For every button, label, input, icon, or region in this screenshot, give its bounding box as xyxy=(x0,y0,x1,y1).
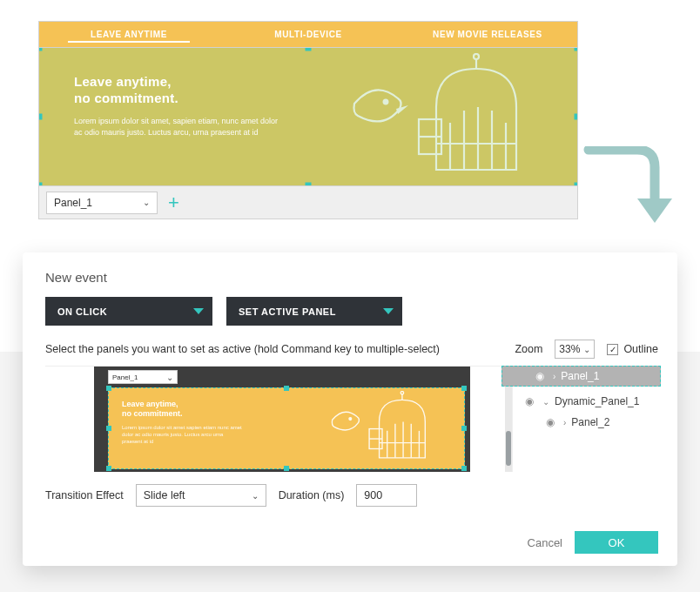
svg-point-1 xyxy=(474,54,479,59)
visibility-icon[interactable]: ◉ xyxy=(525,395,537,407)
hero-illustration-icon xyxy=(328,53,555,184)
add-panel-button[interactable]: + xyxy=(168,192,179,214)
outline-title: Outline xyxy=(523,372,658,386)
tab-label: LEAVE ANYTIME xyxy=(91,30,167,39)
zoom-dropdown[interactable]: 33% ⌄ xyxy=(555,340,595,359)
svg-point-11 xyxy=(400,392,403,394)
mini-panel-select[interactable]: Panel_1 ⌄ xyxy=(108,370,178,384)
transition-value: Slide left xyxy=(144,489,185,501)
hero-copy: Lorem ipsum dolor sit amet, sapien etiam… xyxy=(74,116,283,138)
preview-tabs: LEAVE ANYTIME MULTI-DEVICE NEW MOVIE REL… xyxy=(38,21,578,47)
outline-pane: Outline ◉ ⌄ Dynamic_Panel_1 ◉ › Panel_1 … xyxy=(512,367,658,472)
outline-checkbox[interactable]: ✓ Outline xyxy=(607,343,658,355)
mini-illustration-icon xyxy=(308,391,456,466)
ok-label: OK xyxy=(609,536,625,549)
tree-row-panel-2[interactable]: ◉ › Panel_2 xyxy=(523,412,658,433)
transition-effect-dropdown[interactable]: Slide left ⌄ xyxy=(136,484,266,507)
transition-label: Transition Effect xyxy=(45,489,124,501)
action-dropdown[interactable]: SET ACTIVE PANEL xyxy=(226,297,402,326)
instruction-text: Select the panels you want to set as act… xyxy=(45,343,440,355)
panel-select-value: Panel_1 xyxy=(54,197,92,209)
chevron-down-icon: ⌄ xyxy=(166,373,173,382)
chevron-down-icon: ⌄ xyxy=(252,491,259,501)
duration-input[interactable]: 900 xyxy=(356,484,417,507)
hero-panel[interactable]: Leave anytime, no commitment. Lorem ipsu… xyxy=(38,47,578,186)
panel-select-dropdown[interactable]: Panel_1 ⌄ xyxy=(46,192,158,214)
chevron-down-icon xyxy=(193,308,204,314)
tab-new-movie[interactable]: NEW MOVIE RELEASES xyxy=(398,24,577,44)
tree-label: Dynamic_Panel_1 xyxy=(555,395,639,407)
duration-value: 900 xyxy=(364,489,382,501)
mini-hero-copy: Lorem ipsum dolor sit amet sapien etiam … xyxy=(122,424,244,445)
panel-toolbar: Panel_1 ⌄ + xyxy=(38,186,578,219)
chevron-down-icon: ⌄ xyxy=(583,345,590,354)
checkbox-checked-icon: ✓ xyxy=(607,344,618,355)
tree-label: Panel_2 xyxy=(571,416,609,428)
zoom-value: 33% xyxy=(559,343,580,355)
mini-hero[interactable]: Leave anytime, no commitment. Lorem ipsu… xyxy=(108,387,465,469)
tab-leave-anytime[interactable]: LEAVE ANYTIME xyxy=(39,24,219,44)
tree-row-root[interactable]: ◉ ⌄ Dynamic_Panel_1 xyxy=(523,391,658,412)
new-event-dialog: New event ON CLICK SET ACTIVE PANEL Sele… xyxy=(23,252,677,566)
action-label: SET ACTIVE PANEL xyxy=(239,306,336,317)
canvas-preview[interactable]: Panel_1 ⌄ Leave anytime, no commitment. … xyxy=(45,367,512,472)
connector-arrow-icon xyxy=(583,146,688,233)
cancel-button[interactable]: Cancel xyxy=(528,536,562,549)
scrollbar[interactable] xyxy=(505,367,512,472)
trigger-dropdown[interactable]: ON CLICK xyxy=(45,297,212,326)
tab-multi-device[interactable]: MULTI-DEVICE xyxy=(219,24,398,44)
preview-panel: LEAVE ANYTIME MULTI-DEVICE NEW MOVIE REL… xyxy=(38,21,578,219)
chevron-down-icon: ⌄ xyxy=(143,198,150,207)
svg-point-10 xyxy=(349,418,352,420)
svg-point-0 xyxy=(384,100,388,104)
trigger-label: ON CLICK xyxy=(57,306,107,317)
duration-label: Duration (ms) xyxy=(279,489,345,501)
visibility-icon[interactable]: ◉ xyxy=(546,416,558,428)
tab-label: NEW MOVIE RELEASES xyxy=(433,30,542,39)
tab-label: MULTI-DEVICE xyxy=(274,30,342,39)
chevron-down-icon xyxy=(383,308,394,314)
chevron-down-icon[interactable]: ⌄ xyxy=(542,397,549,407)
zoom-label: Zoom xyxy=(515,343,542,355)
dialog-title: New event xyxy=(45,270,658,285)
chevron-right-icon[interactable]: › xyxy=(563,418,566,427)
outline-checkbox-label: Outline xyxy=(623,343,658,355)
ok-button[interactable]: OK xyxy=(575,531,658,554)
